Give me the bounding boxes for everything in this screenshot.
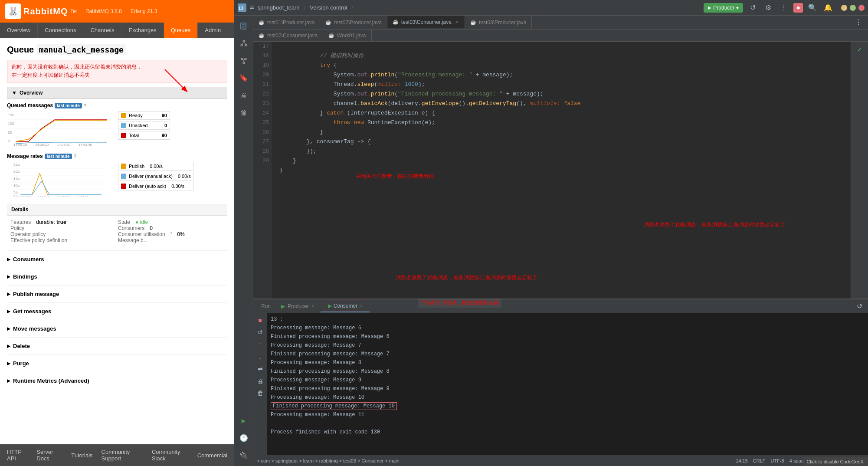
tab-test03-producer[interactable]: ☕ test03\Producer.java <box>465 16 532 30</box>
tab-test03-consumer[interactable]: ☕ test03\Consumer.java × <box>387 16 465 30</box>
run-clear-button[interactable]: 🗑 <box>255 388 265 398</box>
consumer-util-value: 0% <box>177 231 184 237</box>
tab-close-3[interactable]: × <box>454 19 459 26</box>
run-tab-run[interactable]: Run <box>257 300 275 312</box>
more-button[interactable]: ⋮ <box>778 2 790 14</box>
run-reload-icon[interactable]: ↺ <box>854 301 865 312</box>
tab-test01-producer[interactable]: ☕ test01\Producer.java <box>253 16 320 30</box>
rabbitmq-panel: 🐰 RabbitMQ TM RabbitMQ 3.8.8 Erlang 21.3… <box>0 0 234 466</box>
tab-icon-4: ☕ <box>470 20 476 25</box>
code-content[interactable]: // 模拟耗时操作 try { System.out.println("Proc… <box>272 42 851 299</box>
purge-header[interactable]: ▶ Purge <box>7 358 227 368</box>
status-line-col[interactable]: 14:15 <box>736 458 748 463</box>
run-rerun-button[interactable]: ↺ <box>255 327 265 338</box>
codegee-banner[interactable]: Click to disable CodeGeeX <box>802 457 868 466</box>
publish-label: Publish message <box>13 291 59 297</box>
tabs-more-icon[interactable]: ⋮ <box>852 16 865 29</box>
publish-rate: 0.00/s <box>150 164 163 169</box>
bindings-header[interactable]: ▶ Bindings <box>7 272 227 282</box>
nav-queues[interactable]: Queues <box>164 23 198 38</box>
status-encoding[interactable]: CRLF <box>753 458 766 463</box>
run-output[interactable]: 13 : Processing message: Message 6 Finis… <box>267 313 868 455</box>
consumers-label: Consumers <box>118 225 144 231</box>
sidebar-print-icon[interactable]: 🖨 <box>237 89 251 102</box>
consumers-section: ▶ Consumers <box>7 250 227 268</box>
producer-tab-close[interactable]: × <box>311 303 314 309</box>
maximize-button[interactable]: □ <box>850 5 856 11</box>
notification-icon[interactable]: 🔔 <box>822 2 834 14</box>
reload-button[interactable]: ↺ <box>747 2 759 14</box>
sidebar-bookmark-icon[interactable]: 🔖 <box>237 71 251 85</box>
rates-help-icon[interactable]: ? <box>74 154 77 159</box>
rates-chart: 25/s 20/s 15/s 10/s 5/s 0/s 14:09:00 14:… <box>7 162 111 198</box>
legend-deliver-auto: Deliver (auto ack) 0.00/s <box>118 182 194 190</box>
publish-header[interactable]: ▶ Publish message <box>7 289 227 299</box>
run-tab-consumer[interactable]: ▶ Consumer × <box>321 300 370 312</box>
nav-channels[interactable]: Channels <box>83 23 121 38</box>
sidebar-git-icon[interactable] <box>237 54 251 68</box>
deliver-manual-rate: 0.00/s <box>178 174 191 179</box>
sidebar-trash-icon[interactable]: 🗑 <box>237 106 251 120</box>
queue-name: manual_ack_message <box>36 44 126 55</box>
tab-work01[interactable]: ☕ Work01.java <box>323 29 371 43</box>
overview-section-header[interactable]: ▼ Overview <box>7 87 227 99</box>
footer-http-api[interactable]: HTTP API <box>7 449 28 462</box>
vcs-label[interactable]: Version control <box>310 4 347 11</box>
output-line-9: Processing message: Message 10 <box>271 393 865 402</box>
tab-test02-consumer[interactable]: ☕ test02\Consumer.java <box>253 29 323 43</box>
get-messages-header[interactable]: ▶ Get messages <box>7 306 227 316</box>
tab-test02-producer[interactable]: ☕ test02\Producer.java <box>320 16 387 30</box>
nav-exchanges[interactable]: Exchanges <box>121 23 164 38</box>
nav-admin[interactable]: Admin <box>198 23 228 38</box>
tab-label-4: test03\Producer.java <box>479 20 526 26</box>
sidebar-structure-icon[interactable] <box>237 36 251 50</box>
move-messages-header[interactable]: ▶ Move messages <box>7 324 227 334</box>
run-filter-button[interactable]: 🖨 <box>255 376 265 386</box>
status-path: > com > springboot > learn > rabbitmq > … <box>257 458 730 463</box>
footer-community-slack[interactable]: Community Slack <box>152 449 189 462</box>
footer-server-docs[interactable]: Server Docs <box>36 449 62 462</box>
footer-commercial[interactable]: Commercial <box>197 452 227 459</box>
queued-help-icon[interactable]: ? <box>84 103 87 108</box>
nav-connections[interactable]: Connections <box>38 23 83 38</box>
close-square-button[interactable]: ■ <box>793 3 803 13</box>
sidebar-files-icon[interactable] <box>237 19 251 33</box>
ide-hamburger[interactable]: ≡ <box>250 4 254 12</box>
consumer-annotation: 手动关闭消费者，模拟消费者宕机 <box>418 299 501 308</box>
search-icon[interactable]: 🔍 <box>806 2 819 14</box>
nav-overview[interactable]: Overview <box>0 23 38 38</box>
run-profile-button[interactable]: ▶ Producer ▾ <box>704 3 743 13</box>
delete-header[interactable]: ▶ Delete <box>7 341 227 351</box>
overview-title: Overview <box>20 90 43 96</box>
project-name[interactable]: springboot_learn <box>258 4 300 11</box>
output-line-7: Processing message: Message 9 <box>271 376 865 384</box>
detail-consumer-util: Consumer utilisation ? 0% <box>118 231 224 237</box>
sidebar-clock-icon[interactable]: 🕐 <box>237 431 251 445</box>
consumers-header[interactable]: ▶ Consumers <box>7 254 227 264</box>
runtime-header[interactable]: ▶ Runtime Metrics (Advanced) <box>7 376 227 386</box>
detail-effective-policy: Effective policy definition <box>10 237 116 243</box>
footer-tutorials[interactable]: Tutorials <box>71 452 92 459</box>
rates-legend: Publish 0.00/s Deliver (manual ack) 0.00… <box>118 162 194 192</box>
run-tab-producer-label: Producer <box>288 303 309 309</box>
settings-icon[interactable]: ⚙ <box>762 2 774 14</box>
rates-badge: last minute <box>45 154 72 159</box>
footer-community-support[interactable]: Community Support <box>102 449 143 462</box>
minimize-button[interactable]: − <box>841 5 847 11</box>
close-button[interactable]: × <box>858 5 865 11</box>
state-label: State <box>118 219 130 225</box>
run-stop-button[interactable]: ■ <box>255 315 265 325</box>
sidebar-run-icon[interactable]: ▶ <box>237 414 251 428</box>
run-scroll-up-button[interactable]: ↑ <box>255 339 265 350</box>
queued-messages-chart-area: 150 100 50 0 14:09:10 14:09:20 14:09: <box>7 111 227 147</box>
consumer-tab-close[interactable]: × <box>359 303 362 309</box>
run-wrap-button[interactable]: ⇌ <box>255 364 265 374</box>
sidebar-plugin-icon[interactable]: 🔌 <box>237 449 251 463</box>
run-scroll-down-button[interactable]: ↓ <box>255 351 265 362</box>
output-line-6: Finished processing message: Message 8 <box>271 367 865 376</box>
publish-dot <box>121 164 126 169</box>
output-line-4: Finished processing message: Message 7 <box>271 350 865 358</box>
consumer-util-help[interactable]: ? <box>170 231 172 237</box>
status-charset[interactable]: UTF-8 <box>771 458 784 463</box>
run-tab-producer[interactable]: ▶ Producer × <box>277 300 319 312</box>
